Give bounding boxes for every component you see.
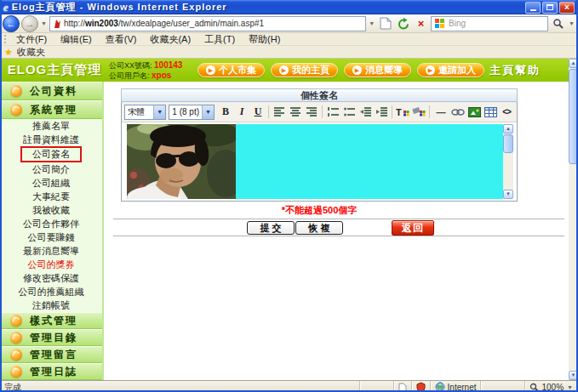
zoom-control[interactable]: 100% ▼ [524,381,578,392]
page-scrollbar[interactable]: ▲ ▼ [569,59,578,380]
reset-button[interactable]: 恢 複 [295,221,343,235]
editor-scrollbar[interactable]: ▲ ▼ [503,124,513,199]
align-left-button[interactable] [272,105,287,120]
nav-invite-button[interactable]: ▶邀請加入 [417,63,484,77]
refresh-icon [397,18,410,30]
sidebar-item-registration-maintenance[interactable]: 註冊資料維護 [0,133,102,146]
ordered-list-icon [328,107,339,116]
refresh-button[interactable] [395,15,411,31]
background-color-button[interactable] [411,105,426,120]
menu-help[interactable]: 帮助(H) [242,33,287,45]
sidebar-item-company-coupons[interactable]: 公司的獎券 [0,258,102,271]
sidebar-section-system-admin[interactable]: 系統管理 [0,100,102,119]
underline-button[interactable]: U [250,105,266,120]
favorites-star-icon[interactable]: ★ [4,48,13,57]
menu-view[interactable]: 查看(V) [99,33,144,45]
sidebar-item-change-password[interactable]: 修改密碼保護 [0,271,102,285]
search-dropdown-icon[interactable]: ▼ [568,20,575,26]
insert-image-button[interactable] [466,105,482,120]
align-right-button[interactable] [304,105,319,120]
security-zone-label: Internet [448,383,477,392]
italic-button[interactable]: I [234,105,249,120]
app-title: ELOG主頁管理 [0,62,109,78]
sidebar-item-latest-news-wizard[interactable]: 最新消息嚮導 [0,244,102,258]
toolbar-separator [429,105,430,118]
unordered-list-button[interactable] [341,105,357,120]
browser-window: e Elog主頁管理 - Windows Internet Explorer ×… [0,0,578,392]
sidebar-section-style-admin[interactable]: 樣式管理 [0,312,102,329]
page-button[interactable] [377,15,393,31]
scrollbar-thumb[interactable] [569,69,578,164]
sidebar-section-manage-messages[interactable]: 管理留言 [0,346,102,363]
globe-icon [435,382,445,392]
restore-button[interactable] [542,2,558,14]
minimize-button[interactable] [525,2,541,14]
outdent-button[interactable] [358,105,373,120]
sidebar-item-major-events[interactable]: 大事紀要 [0,190,102,203]
font-family-select[interactable]: 宋體▼ [124,105,166,120]
table-icon [484,107,497,117]
nav-my-homepage-button[interactable]: ▶我的主頁 [271,63,338,77]
text-color-button[interactable]: T [395,105,410,120]
sidebar-section-manage-directory[interactable]: 管理目錄 [0,329,102,346]
search-input[interactable]: Bing [431,16,548,31]
account-info: 公司XX號碼: 100143 公司用戶名: xpos [109,60,197,81]
scroll-up-icon[interactable]: ▲ [569,59,578,68]
close-button[interactable]: × [559,2,575,14]
orange-ball-icon [10,104,22,116]
insert-table-button[interactable] [483,105,498,120]
sidebar-item-partners[interactable]: 公司合作夥伴 [0,217,102,230]
sidebar-item-company-signature[interactable]: 公司簽名 [0,146,102,162]
sidebar-item-company-intro[interactable]: 公司簡介 [0,162,102,176]
document-icon [398,383,407,392]
sidebar-section-company-info[interactable]: 公司資料 [0,82,102,100]
sidebar-item-company-organization[interactable]: 公司組織 [0,176,102,190]
horizontal-rule-button[interactable]: — [432,105,449,120]
favorites-label[interactable]: 收藏夹 [17,46,45,59]
signature-text-area[interactable] [236,124,503,199]
play-icon: ▶ [206,65,215,75]
status-page-cell [393,381,411,392]
back-to-previous-button[interactable]: 返回 [392,220,434,236]
indent-button[interactable] [374,105,389,120]
nav-message-wizard-button[interactable]: ▶消息嚮導 [344,63,411,77]
scrollbar-thumb[interactable] [503,134,513,153]
menu-tools[interactable]: 工具(T) [197,33,242,45]
ordered-list-button[interactable] [325,105,341,120]
menu-edit[interactable]: 编辑(E) [54,33,99,45]
scroll-down-icon[interactable]: ▼ [569,371,578,380]
scroll-down-icon[interactable]: ▼ [503,190,513,199]
stop-button[interactable]: × [413,15,429,31]
search-go-button[interactable] [550,15,566,31]
signature-editor-area[interactable]: ▲ ▼ [127,124,513,199]
nav-personal-market-button[interactable]: ▶个人市集 [197,63,265,77]
sidebar-item-company-earn[interactable]: 公司要賺錢 [0,230,102,244]
status-spacer [359,381,393,392]
homepage-help-link[interactable]: 主頁幫助 [489,63,541,78]
sidebar-item-recommend-list[interactable]: 推薦名單 [0,119,102,133]
status-text: 完成 [0,381,359,392]
outdent-icon [360,107,371,116]
page-header: ELOG主頁管理 公司XX號碼: 100143 公司用戶名: xpos ▶个人市… [0,59,578,82]
address-input[interactable]: http://win2003/tw/xdealpage/user_admin/m… [49,16,366,31]
history-dropdown-icon[interactable]: ▼ [40,20,48,26]
menu-file[interactable]: 文件(F) [9,33,54,45]
forward-button[interactable]: → [21,15,38,32]
view-source-button[interactable]: <> [499,105,514,120]
zoom-dropdown-icon[interactable]: ▼ [566,384,574,390]
font-size-select[interactable]: 1 (8 pt)▼ [169,105,215,120]
sidebar-item-recommend-organization[interactable]: 公司的推薦組織 [0,285,102,298]
insert-link-button[interactable] [450,105,466,120]
sidebar-item-favorited-by[interactable]: 我被收藏 [0,203,102,217]
status-bar: 完成 Internet 100% ▼ [0,380,578,392]
bing-logo-icon [435,19,445,29]
sidebar-section-manage-logs[interactable]: 管理日誌 [0,363,102,380]
scroll-up-icon[interactable]: ▲ [503,124,513,134]
address-dropdown-icon[interactable]: ▼ [368,20,375,26]
sidebar-item-cancel-account[interactable]: 注銷帳號 [0,298,102,312]
back-button[interactable]: ← [3,15,20,32]
menu-favorites[interactable]: 收藏夹(A) [143,33,197,45]
align-center-button[interactable] [288,105,303,120]
submit-button[interactable]: 提 交 [247,221,295,235]
bold-button[interactable]: B [218,105,233,120]
